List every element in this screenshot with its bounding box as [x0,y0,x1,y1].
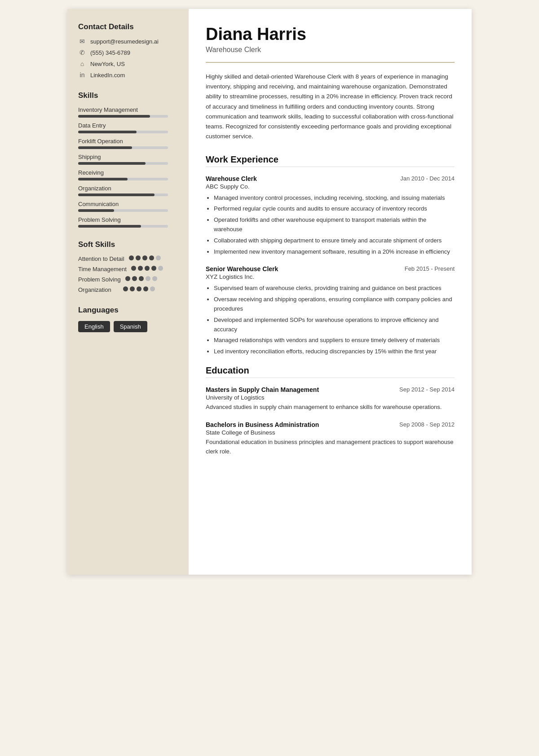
jobs-list: Warehouse ClerkJan 2010 - Dec 2014ABC Su… [206,175,455,356]
job-bullet: Performed regular cycle counts and audit… [214,204,455,214]
contact-text: NewYork, US [90,61,125,67]
skill-bar-fill [78,178,128,180]
skill-item: Forklift Operation [78,138,178,149]
job-bullet: Supervised team of warehouse clerks, pro… [214,284,455,293]
job-company: XYZ Logistics Inc. [206,273,455,280]
work-experience-title: Work Experience [206,154,455,165]
filled-dot [138,266,143,271]
job-bullet: Operated forklifts and other warehouse e… [214,215,455,234]
edu-degree: Masters in Supply Chain Management [206,386,319,393]
skills-list: Inventory ManagementData EntryForklift O… [78,106,178,228]
filled-dot [142,255,147,260]
contact-text: LinkedIn.com [90,72,125,79]
education-divider [206,378,455,378]
job-header: Warehouse ClerkJan 2010 - Dec 2014 [206,175,455,182]
skill-item: Problem Solving [78,216,178,228]
skill-bar-fill [78,162,146,165]
edu-header: Bachelors in Business AdministrationSep … [206,421,455,428]
skill-bar-bg [78,131,168,133]
filled-dot [136,255,141,260]
skill-item: Inventory Management [78,106,178,118]
dots-container [129,255,161,260]
skill-item: Communication [78,201,178,212]
edu-school: State College of Business [206,429,455,436]
filled-dot [143,286,148,291]
skill-bar-fill [78,209,114,212]
soft-skill-name: Time Management [78,266,127,273]
filled-dot [130,286,135,291]
contact-item: ✉support@resumedesign.ai [78,38,178,45]
contact-list: ✉support@resumedesign.ai✆(555) 345-6789⌂… [78,38,178,79]
filled-dot [151,266,156,271]
skill-name: Data Entry [78,122,178,129]
work-divider [206,167,455,167]
contact-section-title: Contact Details [78,22,178,31]
skill-name: Inventory Management [78,106,178,113]
resume-container: Contact Details ✉support@resumedesign.ai… [67,9,472,575]
soft-skills-section-title: Soft Skills [78,240,178,249]
phone-icon: ✆ [78,49,86,56]
soft-skills-section: Soft Skills Attention to DetailTime Mana… [78,240,178,293]
soft-skill-row: Problem Solving [78,276,178,283]
filled-dot [137,286,141,291]
filled-dot [123,286,128,291]
skills-section-title: Skills [78,91,178,100]
main-content: Diana Harris Warehouse Clerk Highly skil… [189,9,472,575]
summary-text: Highly skilled and detail-oriented Wareh… [206,72,455,142]
filled-dot [132,276,137,281]
skill-bar-bg [78,146,168,149]
location-icon: ⌂ [78,60,86,67]
contact-item: inLinkedIn.com [78,71,178,79]
job-bullet: Developed and implemented SOPs for wareh… [214,316,455,334]
job-bullet: Collaborated with shipping department to… [214,236,455,246]
job-entry: Warehouse ClerkJan 2010 - Dec 2014ABC Su… [206,175,455,257]
soft-skill-name: Attention to Detail [78,255,124,262]
skill-bar-fill [78,115,150,118]
skill-bar-fill [78,131,137,133]
job-title: Warehouse Clerk [206,175,257,182]
sidebar: Contact Details ✉support@resumedesign.ai… [67,9,189,575]
skill-name: Communication [78,201,178,207]
filled-dot [149,255,154,260]
empty-dot [150,286,155,291]
skill-item: Shipping [78,154,178,165]
language-badges: EnglishSpanish [78,321,178,332]
empty-dot [146,276,150,281]
skill-item: Organization [78,185,178,196]
job-dates: Jan 2010 - Dec 2014 [400,175,455,182]
dots-container [125,276,157,281]
contact-section: Contact Details ✉support@resumedesign.ai… [78,22,178,79]
filled-dot [129,255,134,260]
education-entry: Masters in Supply Chain ManagementSep 20… [206,386,455,412]
soft-skill-name: Problem Solving [78,276,121,283]
edu-degree: Bachelors in Business Administration [206,421,319,428]
skill-name: Problem Solving [78,216,178,223]
contact-text: (555) 345-6789 [90,49,130,56]
filled-dot [145,266,150,271]
skill-bar-bg [78,225,168,228]
skill-bar-fill [78,225,141,228]
job-bullet: Implemented new inventory management sof… [214,247,455,257]
skill-item: Receiving [78,169,178,180]
job-entry: Senior Warehouse ClerkFeb 2015 - Present… [206,265,455,356]
skill-name: Receiving [78,169,178,176]
language-badge: Spanish [114,321,147,332]
email-icon: ✉ [78,38,86,45]
skill-name: Organization [78,185,178,192]
job-company: ABC Supply Co. [206,183,455,190]
education-list: Masters in Supply Chain ManagementSep 20… [206,386,455,456]
job-bullet: Oversaw receiving and shipping operation… [214,295,455,314]
empty-dot [158,266,163,271]
skill-bar-bg [78,115,168,118]
empty-dot [152,276,157,281]
skill-name: Shipping [78,154,178,160]
empty-dot [156,255,161,260]
job-title: Senior Warehouse Clerk [206,265,278,273]
filled-dot [125,276,130,281]
contact-item: ⌂NewYork, US [78,60,178,67]
soft-skill-name: Organization [78,286,119,293]
filled-dot [131,266,136,271]
soft-skill-row: Time Management [78,266,178,273]
skill-bar-bg [78,178,168,180]
edu-dates: Sep 2008 - Sep 2012 [399,421,455,428]
